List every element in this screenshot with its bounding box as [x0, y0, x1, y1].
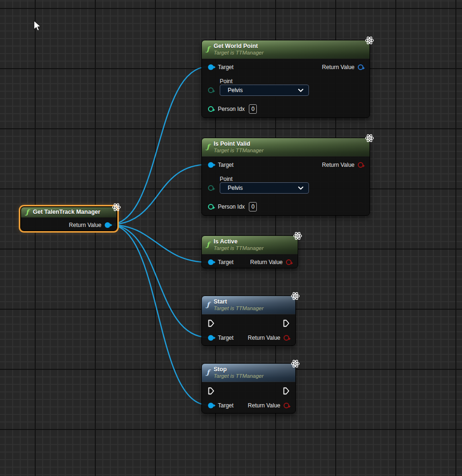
node-title: Stop — [214, 366, 263, 373]
return-value-label: Return Value — [322, 64, 354, 70]
target-input-pin[interactable] — [208, 403, 214, 408]
function-icon: ƒ — [207, 143, 209, 150]
node-header[interactable]: ƒ Get World Point Target is TTManager — [202, 40, 370, 59]
exec-output-pin[interactable] — [283, 387, 289, 395]
node-title: Get World Point — [214, 43, 263, 50]
point-dropdown-value: Pelvis — [228, 87, 243, 94]
atom-icon — [364, 35, 375, 47]
node-subtitle: Target is TTManager — [214, 245, 263, 251]
target-input-pin[interactable] — [208, 64, 214, 70]
return-value-label: Return Value — [69, 222, 101, 228]
person-idx-field[interactable]: 0 — [249, 104, 257, 114]
node-get-talentrack-manager[interactable]: ƒ Get TalenTrack Manager Return Value — [21, 207, 117, 231]
chevron-down-icon — [298, 87, 304, 93]
node-subtitle: Target is TTManager — [214, 305, 263, 312]
return-value-output-pin[interactable] — [286, 259, 292, 265]
node-subtitle: Target is TTManager — [214, 373, 263, 379]
node-title: Is Active — [214, 238, 263, 245]
return-value-output-pin[interactable] — [358, 162, 363, 168]
atom-icon — [293, 231, 303, 243]
return-value-output-pin[interactable] — [358, 64, 363, 70]
wire-manager-to-world-point — [109, 67, 208, 225]
person-idx-label: Person Idx — [218, 106, 245, 112]
return-value-label: Return Value — [248, 335, 280, 341]
node-subtitle: Target is TTManager — [214, 148, 263, 154]
node-stop[interactable]: ƒ Stop Target is TTManager Target — [201, 363, 296, 414]
person-idx-label: Person Idx — [218, 203, 245, 210]
wire-manager-to-is-active — [109, 225, 208, 262]
function-icon: ƒ — [207, 369, 209, 375]
person-idx-field[interactable]: 0 — [249, 202, 257, 211]
node-subtitle: Target is TTManager — [214, 50, 263, 56]
function-icon: ƒ — [26, 209, 29, 215]
return-value-label: Return Value — [322, 162, 354, 168]
point-dropdown[interactable]: Pelvis — [220, 85, 309, 96]
target-input-pin[interactable] — [208, 335, 214, 341]
node-header[interactable]: ƒ Start Target is TTManager — [202, 296, 295, 314]
node-title: Get TalenTrack Manager — [33, 209, 100, 216]
chevron-down-icon — [298, 185, 304, 191]
node-header[interactable]: ƒ Is Point Valid Target is TTManager — [202, 138, 370, 156]
node-is-active[interactable]: ƒ Is Active Target is TTManager Target R… — [201, 235, 298, 268]
return-value-output-pin[interactable] — [284, 335, 289, 341]
return-value-label: Return Value — [248, 402, 280, 409]
function-icon: ƒ — [207, 241, 209, 248]
point-dropdown[interactable]: Pelvis — [220, 182, 309, 194]
node-start[interactable]: ƒ Start Target is TTManager Target — [201, 296, 296, 346]
exec-input-pin[interactable] — [208, 320, 214, 327]
person-idx-input-pin[interactable] — [208, 204, 214, 210]
return-value-label: Return Value — [250, 259, 283, 265]
point-input-pin[interactable] — [208, 87, 214, 93]
target-pin-label: Target — [218, 335, 233, 341]
node-title: Is Point Valid — [214, 140, 263, 148]
return-value-output-pin[interactable] — [105, 222, 110, 228]
node-header[interactable]: ƒ Is Active Target is TTManager — [202, 236, 298, 254]
person-idx-input-pin[interactable] — [208, 106, 214, 112]
atom-icon — [290, 359, 300, 371]
point-pin-label: Point — [220, 78, 232, 85]
wire-manager-to-start — [109, 225, 208, 337]
atom-icon — [290, 291, 300, 303]
function-icon: ƒ — [207, 301, 209, 308]
mouse-cursor-icon — [33, 20, 42, 34]
exec-input-pin[interactable] — [208, 387, 214, 395]
wire-manager-to-stop — [109, 225, 208, 405]
point-pin-label: Point — [220, 176, 232, 182]
node-is-point-valid[interactable]: ƒ Is Point Valid Target is TTManager Tar… — [201, 138, 370, 216]
node-header[interactable]: ƒ Get TalenTrack Manager — [21, 207, 116, 218]
atom-icon — [364, 133, 375, 145]
wire-manager-to-point-valid — [109, 164, 208, 225]
target-input-pin[interactable] — [208, 162, 214, 168]
target-pin-label: Target — [218, 402, 233, 409]
target-pin-label: Target — [218, 162, 233, 168]
exec-output-pin[interactable] — [283, 320, 289, 327]
point-dropdown-value: Pelvis — [228, 185, 243, 191]
target-pin-label: Target — [218, 259, 233, 265]
target-pin-label: Target — [218, 64, 233, 70]
atom-icon — [111, 202, 122, 214]
function-icon: ƒ — [207, 46, 209, 52]
node-title: Start — [214, 298, 263, 305]
return-value-output-pin[interactable] — [284, 403, 289, 408]
point-input-pin[interactable] — [208, 185, 214, 191]
node-header[interactable]: ƒ Stop Target is TTManager — [202, 364, 295, 382]
node-get-world-point[interactable]: ƒ Get World Point Target is TTManager Ta… — [201, 40, 370, 118]
target-input-pin[interactable] — [208, 259, 214, 265]
blueprint-graph-canvas[interactable]: ƒ Get World Point Target is TTManager Ta… — [0, 0, 462, 476]
